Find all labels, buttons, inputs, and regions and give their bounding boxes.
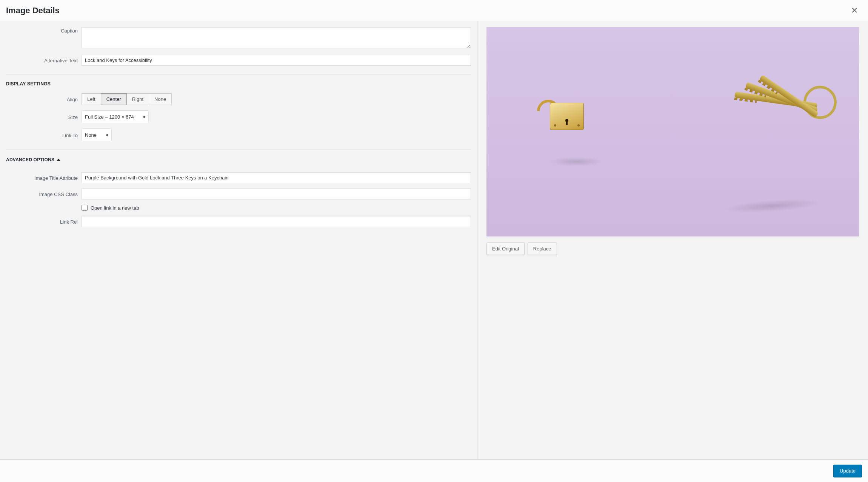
alt-text-label: Alternative Text (6, 57, 82, 63)
size-row: Size Full Size – 1200 × 674 (6, 110, 471, 123)
size-label: Size (6, 114, 82, 120)
image-preview (486, 27, 859, 236)
caption-label: Caption (6, 27, 82, 34)
linkto-select-wrap[interactable]: None (82, 128, 112, 141)
caption-row: Caption (6, 27, 471, 49)
advanced-options-toggle[interactable]: ADVANCED OPTIONS (6, 157, 60, 162)
linkto-select[interactable]: None (82, 130, 105, 140)
divider (6, 74, 471, 74)
title-attr-row: Image Title Attribute (6, 172, 471, 183)
close-button[interactable]: ✕ (847, 3, 862, 18)
css-class-row: Image CSS Class (6, 188, 471, 199)
replace-button[interactable]: Replace (528, 243, 557, 255)
align-none-button[interactable]: None (149, 93, 172, 105)
advanced-options-label: ADVANCED OPTIONS (6, 157, 54, 162)
title-attr-input[interactable] (82, 172, 471, 183)
caret-up-icon (57, 159, 60, 161)
linkto-label: Link To (6, 132, 82, 138)
align-label: Align (6, 96, 82, 102)
divider (6, 150, 471, 150)
alt-text-input[interactable] (82, 55, 471, 66)
title-attr-label: Image Title Attribute (6, 175, 82, 181)
edit-original-button[interactable]: Edit Original (486, 243, 525, 255)
modal-footer: Update (0, 459, 868, 482)
modal-body: Caption Alternative Text DISPLAY SETTING… (0, 21, 868, 459)
close-icon: ✕ (851, 6, 858, 15)
lock-and-keys-illustration (486, 27, 859, 236)
modal-title: Image Details (6, 0, 60, 21)
align-row: Align Left Center Right None (6, 93, 471, 105)
size-select-wrap[interactable]: Full Size – 1200 × 674 (82, 110, 149, 123)
open-new-tab-label: Open link in a new tab (91, 205, 139, 211)
align-center-button[interactable]: Center (101, 93, 127, 105)
chevron-updown-icon (142, 115, 146, 119)
image-details-modal: Image Details ✕ Caption Alternative Text… (0, 0, 868, 482)
update-button[interactable]: Update (833, 465, 862, 477)
preview-actions: Edit Original Replace (486, 243, 859, 255)
caption-input[interactable] (82, 27, 471, 48)
align-left-button[interactable]: Left (82, 93, 101, 105)
css-class-input[interactable] (82, 188, 471, 199)
preview-pane: Edit Original Replace (477, 21, 868, 459)
display-settings-heading: DISPLAY SETTINGS (6, 81, 471, 87)
link-rel-row: Link Rel (6, 216, 471, 227)
css-class-label: Image CSS Class (6, 191, 82, 197)
alt-text-row: Alternative Text (6, 55, 471, 66)
new-tab-row: Open link in a new tab (6, 205, 471, 211)
open-new-tab-checkbox[interactable] (82, 205, 88, 211)
chevron-updown-icon (105, 133, 109, 137)
link-rel-input[interactable] (82, 216, 471, 227)
align-right-button[interactable]: Right (126, 93, 149, 105)
size-select[interactable]: Full Size – 1200 × 674 (82, 112, 142, 122)
settings-pane: Caption Alternative Text DISPLAY SETTING… (0, 21, 477, 459)
modal-header: Image Details ✕ (0, 0, 868, 21)
link-rel-label: Link Rel (6, 218, 82, 225)
linkto-row: Link To None (6, 128, 471, 141)
align-button-group: Left Center Right None (82, 93, 172, 105)
